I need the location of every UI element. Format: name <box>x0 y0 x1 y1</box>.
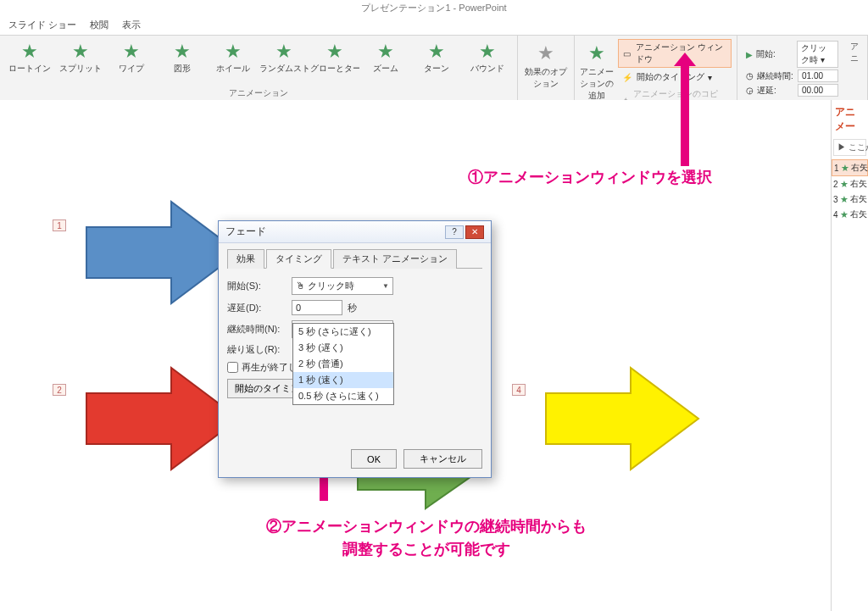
ribbon-tabs: スライド ショー 校閲 表示 <box>0 15 868 36</box>
group-animation: ★ロートイン★スプリット★ワイプ★図形★ホイール★ランダムスト…★グローとターン… <box>0 36 518 101</box>
group-label-animation: アニメーション <box>5 87 512 99</box>
svg-marker-1 <box>86 368 239 469</box>
anim-pane-item[interactable]: 2★右矢 <box>832 176 868 192</box>
anim-tag-2[interactable]: 2 <box>53 384 66 396</box>
anim-gallery-item[interactable]: ★ワイプ <box>107 39 156 75</box>
star-icon: ★ <box>5 42 54 61</box>
star-icon: ★ <box>840 209 849 220</box>
star-icon: ★ <box>412 42 461 61</box>
anim-gallery-item[interactable]: ★図形 <box>158 39 207 75</box>
cancel-button[interactable]: キャンセル <box>403 449 482 469</box>
bolt-icon: ⚡ <box>621 73 633 82</box>
star-icon: ★ <box>107 42 156 61</box>
duration-option[interactable]: 3 秒 (遅く) <box>293 340 393 356</box>
clock-icon: ◷ <box>746 71 754 81</box>
star-icon: ★ <box>56 42 105 61</box>
tab-text-animation[interactable]: テキスト アニメーション <box>333 249 457 269</box>
star-icon: ★ <box>463 42 512 61</box>
duration-option[interactable]: 1 秒 (速く) <box>293 372 393 388</box>
group-effect-options: ★ 効果のオプション <box>518 36 575 101</box>
duration-option[interactable]: 0.5 秒 (さらに速く) <box>293 388 393 404</box>
anim-gallery-item[interactable]: ★スプリット <box>56 39 105 75</box>
animation-pane: アニメー ▶ ここから 1★右矢2★右矢3★右矢4★右矢 <box>831 100 868 611</box>
start-select[interactable]: クリック時 ▾ <box>797 41 838 68</box>
ribbon: ★ロートイン★スプリット★ワイプ★図形★ホイール★ランダムスト…★グローとターン… <box>0 36 868 102</box>
dialog-titlebar: フェード ? ✕ <box>219 221 491 243</box>
tab-timing[interactable]: タイミング <box>266 249 331 269</box>
animation-pane-title: アニメー <box>832 100 868 139</box>
pane-icon: ▭ <box>622 49 632 58</box>
anim-gallery-item[interactable]: ★バウンド <box>463 39 512 75</box>
help-button[interactable]: ? <box>445 225 464 239</box>
dialog-tabs: 効果 タイミング テキスト アニメーション <box>227 248 482 269</box>
effect-options-button[interactable]: ★ 効果のオプション <box>523 39 569 90</box>
star-plus-icon: ★ <box>580 42 615 64</box>
animation-gallery[interactable]: ★ロートイン★スプリット★ワイプ★図形★ホイール★ランダムスト…★グローとターン… <box>5 39 512 75</box>
anim-gallery-item[interactable]: ★ズーム <box>361 39 410 75</box>
callout-2: ②アニメーションウィンドウの継続時間からも 調整することが可能です <box>219 515 634 561</box>
anim-gallery-item[interactable]: ★ターン <box>412 39 461 75</box>
anim-gallery-item[interactable]: ★ロートイン <box>5 39 54 75</box>
tab-slideshow[interactable]: スライド ショー <box>8 19 76 31</box>
annotation-arrow-1 <box>681 64 689 166</box>
tab-review[interactable]: 校閲 <box>90 19 108 31</box>
star-icon: ★ <box>523 42 569 64</box>
dialog-title-text: フェード <box>225 225 266 239</box>
close-button[interactable]: ✕ <box>465 225 484 239</box>
star-icon: ★ <box>158 42 207 61</box>
anim-gallery-item[interactable]: ★ホイール <box>209 39 258 75</box>
yellow-arrow-shape[interactable] <box>537 359 707 478</box>
star-icon: ★ <box>840 179 849 190</box>
anim-pane-item[interactable]: 4★右矢 <box>832 207 868 222</box>
tab-view[interactable]: 表示 <box>122 19 141 31</box>
delay-input[interactable]: 00.00 <box>798 84 838 97</box>
svg-marker-3 <box>546 368 698 469</box>
callout-1: ①アニメーションウィンドウを選択 <box>468 166 712 189</box>
window-title: プレゼンテーション1 - PowerPoint <box>0 0 868 15</box>
trigger-button[interactable]: ⚡ 開始のタイミング ▾ <box>618 69 732 85</box>
anim-tag-1[interactable]: 1 <box>53 219 66 231</box>
anim-tag-4[interactable]: 4 <box>512 384 526 396</box>
star-icon: ★ <box>841 163 849 174</box>
tab-effect[interactable]: 効果 <box>227 249 264 269</box>
anim-gallery-item[interactable]: ★グローとターン <box>310 39 359 75</box>
dialog-start-select[interactable]: 🖱 クリック時▼ <box>292 277 393 295</box>
star-icon: ★ <box>259 42 309 61</box>
anim-gallery-item[interactable]: ★ランダムスト… <box>259 39 309 75</box>
play-icon: ▶ <box>746 50 753 59</box>
reorder-label: アニ <box>847 39 862 98</box>
star-icon: ★ <box>840 194 849 205</box>
delay-icon: ◶ <box>746 86 754 95</box>
duration-input[interactable]: 01.00 <box>798 69 838 82</box>
star-icon: ★ <box>209 42 258 61</box>
group-advanced: ★ アニメーションの追加 ▭ アニメーション ウィンドウ ⚡ 開始のタイミング … <box>575 36 737 101</box>
star-icon: ★ <box>361 42 410 61</box>
star-icon: ★ <box>310 42 359 61</box>
rewind-checkbox[interactable] <box>227 362 238 373</box>
animation-pane-play[interactable]: ▶ ここから <box>833 139 866 156</box>
duration-option[interactable]: 5 秒 (さらに遅く) <box>293 324 393 340</box>
ok-button[interactable]: OK <box>351 449 397 469</box>
duration-option[interactable]: 2 秒 (普通) <box>293 356 393 372</box>
anim-pane-item[interactable]: 1★右矢 <box>832 159 868 176</box>
dialog-delay-input[interactable]: 0 <box>292 300 342 315</box>
anim-pane-item[interactable]: 3★右矢 <box>832 192 868 207</box>
svg-marker-0 <box>86 202 239 303</box>
group-timing: ▶開始:クリック時 ▾ ◷継続時間:01.00 ◶遅延:00.00 アニ タイミ… <box>737 36 868 101</box>
duration-dropdown[interactable]: 5 秒 (さらに遅く)3 秒 (遅く)2 秒 (普通)1 秒 (速く)0.5 秒… <box>292 323 394 405</box>
